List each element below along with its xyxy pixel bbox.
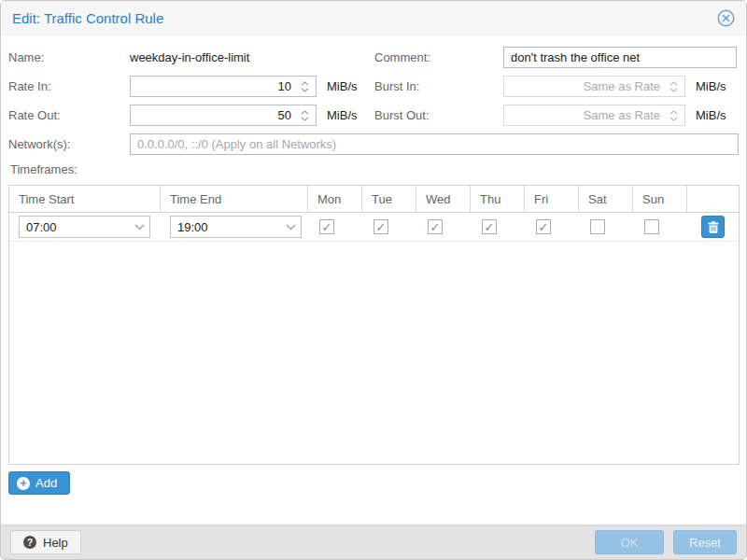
column-header-actions bbox=[687, 186, 739, 212]
column-header-sun: Sun bbox=[633, 186, 687, 212]
rate-out-unit: MiB/s bbox=[327, 108, 358, 122]
column-header-thu: Thu bbox=[471, 186, 525, 212]
dialog-titlebar: Edit: Traffic Control Rule bbox=[1, 1, 746, 35]
rate-in-spin-buttons[interactable] bbox=[297, 81, 312, 92]
rate-in-spinner-field bbox=[130, 76, 317, 97]
help-button-label: Help bbox=[43, 536, 68, 550]
edit-traffic-control-rule-dialog: Edit: Traffic Control Rule Name: weekday… bbox=[0, 0, 747, 560]
row-rate-out-burst-out: Rate Out: MiB/s Burst Out: bbox=[8, 105, 739, 126]
name-label: Name: bbox=[8, 50, 130, 64]
rate-out-spin-buttons[interactable] bbox=[297, 110, 312, 121]
checkbox-thu[interactable]: ✓ bbox=[482, 219, 497, 234]
burst-in-spin-buttons[interactable] bbox=[666, 81, 681, 92]
question-circle-icon: ? bbox=[23, 536, 36, 549]
chevron-down-icon bbox=[669, 88, 678, 92]
rate-out-input[interactable] bbox=[131, 108, 297, 122]
rate-out-label: Rate Out: bbox=[8, 108, 130, 122]
help-button[interactable]: ? Help bbox=[10, 530, 81, 554]
burst-out-label: Burst Out: bbox=[374, 108, 503, 122]
comment-label: Comment: bbox=[374, 50, 503, 64]
reset-button[interactable]: Reset bbox=[673, 530, 737, 554]
rate-in-label: Rate In: bbox=[8, 79, 130, 93]
chevron-up-icon bbox=[301, 81, 309, 86]
column-header-wed: Wed bbox=[416, 186, 471, 212]
row-name-comment: Name: weekday-in-office-limit Comment: bbox=[8, 47, 739, 68]
name-value: weekday-in-office-limit bbox=[130, 50, 249, 64]
row-rate-in-burst-in: Rate In: MiB/s Burst In: bbox=[8, 76, 739, 97]
burst-out-spin-buttons[interactable] bbox=[666, 110, 681, 121]
plus-circle-icon: + bbox=[17, 477, 30, 490]
chevron-down-icon bbox=[301, 117, 309, 121]
rate-out-spinner-field bbox=[130, 105, 317, 126]
networks-label: Network(s): bbox=[8, 137, 130, 151]
networks-input[interactable] bbox=[130, 133, 739, 155]
chevron-down-icon bbox=[286, 224, 296, 231]
checkbox-mon[interactable]: ✓ bbox=[319, 219, 334, 234]
burst-out-spinner-field bbox=[503, 105, 685, 126]
add-timeframe-button[interactable]: + Add bbox=[8, 471, 70, 495]
column-header-time-end: Time End bbox=[161, 186, 308, 212]
burst-out-input[interactable] bbox=[504, 108, 666, 122]
column-header-mon: Mon bbox=[308, 186, 362, 212]
delete-row-button[interactable] bbox=[701, 216, 725, 238]
checkbox-wed[interactable]: ✓ bbox=[428, 219, 443, 234]
timeframes-table-empty-area bbox=[9, 242, 739, 464]
add-button-label: Add bbox=[35, 476, 57, 490]
trash-icon bbox=[708, 221, 719, 233]
timeframes-table: Time Start Time End Mon Tue Wed Thu Fri … bbox=[8, 185, 740, 465]
column-header-sat: Sat bbox=[579, 186, 633, 212]
close-button[interactable] bbox=[717, 9, 735, 27]
close-circle-icon bbox=[717, 9, 735, 27]
burst-in-input[interactable] bbox=[504, 79, 666, 93]
chevron-down-icon bbox=[301, 88, 309, 92]
time-start-combo[interactable] bbox=[19, 216, 150, 238]
dialog-footer: ? Help OK Reset bbox=[1, 525, 746, 559]
row-networks: Network(s): bbox=[8, 133, 739, 155]
column-header-tue: Tue bbox=[362, 186, 416, 212]
chevron-up-icon bbox=[669, 110, 678, 115]
burst-out-unit: MiB/s bbox=[696, 108, 726, 122]
timeframes-label: Timeframes: bbox=[10, 162, 739, 176]
chevron-up-icon bbox=[301, 110, 309, 115]
comment-input[interactable] bbox=[503, 47, 737, 68]
time-end-input[interactable] bbox=[171, 220, 280, 234]
burst-in-label: Burst In: bbox=[374, 79, 503, 93]
timeframe-row: ✓ ✓ ✓ ✓ ✓ bbox=[9, 213, 739, 242]
time-start-input[interactable] bbox=[20, 220, 129, 234]
checkbox-tue[interactable]: ✓ bbox=[374, 219, 388, 234]
ok-button[interactable]: OK bbox=[595, 530, 664, 554]
column-header-fri: Fri bbox=[525, 186, 579, 212]
rate-in-input[interactable] bbox=[131, 79, 297, 93]
chevron-down-icon bbox=[134, 224, 145, 231]
dialog-body: Name: weekday-in-office-limit Comment: R… bbox=[1, 35, 746, 525]
time-end-combo[interactable] bbox=[170, 216, 302, 238]
burst-in-unit: MiB/s bbox=[696, 79, 726, 93]
chevron-down-icon bbox=[669, 117, 678, 121]
checkbox-sat[interactable] bbox=[590, 219, 605, 234]
dialog-title: Edit: Traffic Control Rule bbox=[12, 10, 163, 26]
column-header-time-start: Time Start bbox=[9, 186, 161, 212]
checkbox-fri[interactable]: ✓ bbox=[536, 219, 551, 234]
timeframes-table-header: Time Start Time End Mon Tue Wed Thu Fri … bbox=[9, 186, 739, 213]
chevron-up-icon bbox=[669, 81, 678, 86]
burst-in-spinner-field bbox=[503, 76, 685, 97]
checkbox-sun[interactable] bbox=[644, 219, 659, 234]
rate-in-unit: MiB/s bbox=[327, 79, 358, 93]
